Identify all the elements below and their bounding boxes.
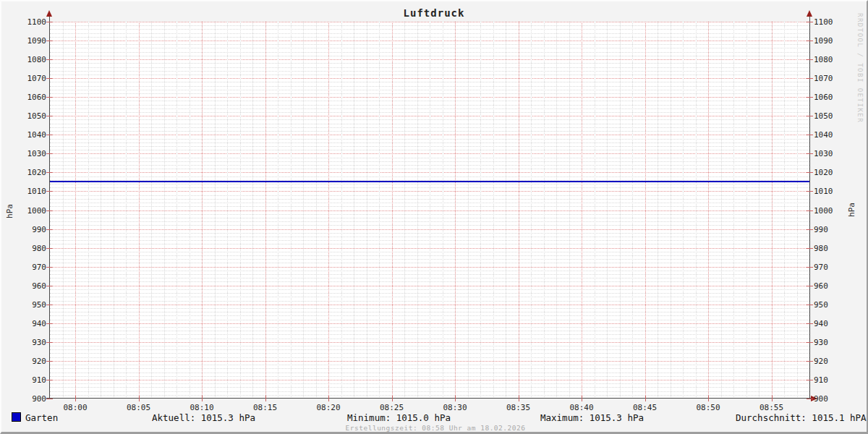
left-axis-arrow-icon <box>46 10 52 17</box>
y-tick-label-left: 940 <box>14 319 46 328</box>
rrdtool-pressure-graph: Luftdruck hPa hPa RRDTOOL / TOBI OETIKER… <box>0 0 868 434</box>
y-tick-label-right: 920 <box>814 357 847 366</box>
y-tick-label-right: 1020 <box>814 168 847 177</box>
y-tick-mark-right <box>807 305 813 305</box>
y-tick-label-left: 900 <box>14 394 46 404</box>
x-axis-line <box>46 398 812 399</box>
y-tick-label-left: 980 <box>14 244 46 253</box>
y-tick-mark-right <box>807 116 813 116</box>
gridline-v-minor <box>417 22 418 399</box>
y-tick-mark-right <box>807 267 813 268</box>
gridline-v-major <box>645 22 646 399</box>
y-tick-mark-left <box>46 191 53 192</box>
gridline-v-minor <box>544 22 545 399</box>
gridline-v-minor <box>632 22 633 399</box>
y-tick-label-right: 1000 <box>814 206 847 216</box>
y-tick-label-left: 1010 <box>14 187 46 196</box>
x-tick-mark <box>265 396 266 401</box>
x-tick-mark <box>582 396 582 401</box>
x-tick-label: 08:30 <box>436 403 474 412</box>
y-tick-label-right: 900 <box>814 394 847 404</box>
y-tick-mark-right <box>807 229 813 230</box>
y-tick-label-right: 910 <box>814 375 847 385</box>
y-tick-label-left: 950 <box>14 300 46 310</box>
y-tick-mark-right <box>807 380 813 380</box>
y-tick-mark-left <box>46 172 53 173</box>
gridline-v-minor <box>430 22 430 399</box>
y-tick-mark-left <box>46 97 53 98</box>
y-tick-mark-right <box>807 210 813 211</box>
gridline-v-minor <box>367 22 367 399</box>
gridline-v-minor <box>190 22 190 399</box>
y-tick-label-right: 970 <box>814 263 847 272</box>
y-tick-mark-right <box>807 342 813 343</box>
gridline-v-major <box>392 22 393 399</box>
y-tick-mark-right <box>807 22 813 22</box>
y-tick-label-right: 1010 <box>814 187 847 196</box>
x-tick-label: 08:45 <box>626 403 664 412</box>
y-tick-mark-right <box>807 78 813 79</box>
series-name: Garten <box>25 412 58 423</box>
gridline-v-minor <box>784 22 785 399</box>
gridline-v-minor <box>164 22 165 399</box>
gridline-v-minor <box>443 22 443 399</box>
x-tick-label: 08:20 <box>310 403 347 412</box>
gridline-v-minor <box>278 22 278 399</box>
y-axis-label-right: hPa <box>847 197 857 223</box>
y-tick-label-right: 930 <box>814 338 847 347</box>
gridline-v-major <box>582 22 582 399</box>
y-tick-label-right: 990 <box>814 225 847 234</box>
y-tick-label-right: 1060 <box>814 93 847 102</box>
y-tick-mark-right <box>807 172 813 173</box>
gridline-v-minor <box>354 22 354 399</box>
y-tick-label-left: 920 <box>14 357 46 366</box>
y-tick-label-left: 1030 <box>14 149 46 158</box>
y-tick-mark-left <box>46 286 53 286</box>
chart-title: Luftdruck <box>1 7 867 19</box>
x-tick-label: 08:05 <box>120 403 158 412</box>
gridline-v-minor <box>733 22 734 399</box>
x-tick-mark <box>455 396 456 401</box>
gridline-v-minor <box>404 22 405 399</box>
gridline-v-minor <box>468 22 469 399</box>
gridline-v-minor <box>341 22 342 399</box>
gridline-v-minor <box>379 22 380 399</box>
gridline-v-major <box>519 22 519 399</box>
gridline-v-minor <box>126 22 127 399</box>
gridline-v-minor <box>746 22 747 399</box>
gridline-v-minor <box>480 22 481 399</box>
y-tick-mark-left <box>46 267 53 268</box>
y-tick-mark-right <box>807 286 813 286</box>
plot-area <box>50 22 809 399</box>
gridline-v-major <box>772 22 773 399</box>
y-axis-label-left: hPa <box>5 198 15 224</box>
y-tick-label-left: 1080 <box>14 55 46 64</box>
x-tick-label: 08:00 <box>56 403 94 412</box>
gridline-v-minor <box>63 22 64 399</box>
y-tick-label-right: 1080 <box>814 55 847 64</box>
x-tick-mark <box>202 396 203 401</box>
creation-time: Erstellungszeit: 08:58 Uhr am 18.02.2026 <box>1 424 868 432</box>
gridline-v-major <box>455 22 456 399</box>
y-tick-label-right: 1040 <box>814 130 847 140</box>
y-tick-label-right: 960 <box>814 281 847 291</box>
gridline-v-minor <box>303 22 304 399</box>
gridline-v-minor <box>493 22 494 399</box>
y-axis-line-left <box>49 14 50 399</box>
gridline-v-minor <box>683 22 684 399</box>
x-tick-label: 08:25 <box>373 403 411 412</box>
y-tick-mark-left <box>46 78 53 79</box>
y-tick-mark-left <box>46 116 53 116</box>
x-tick-label: 08:15 <box>247 403 284 412</box>
y-axis-line-right <box>809 14 810 399</box>
y-tick-label-right: 1070 <box>814 74 847 83</box>
y-tick-label-left: 910 <box>14 375 46 385</box>
gridline-v-minor <box>721 22 722 399</box>
gridline-v-minor <box>556 22 557 399</box>
y-tick-mark-right <box>807 135 813 135</box>
y-tick-mark-right <box>807 361 813 362</box>
y-tick-label-left: 1090 <box>14 36 46 46</box>
x-tick-mark <box>519 396 519 401</box>
y-tick-label-left: 1100 <box>14 17 46 27</box>
gridline-v-minor <box>607 22 608 399</box>
